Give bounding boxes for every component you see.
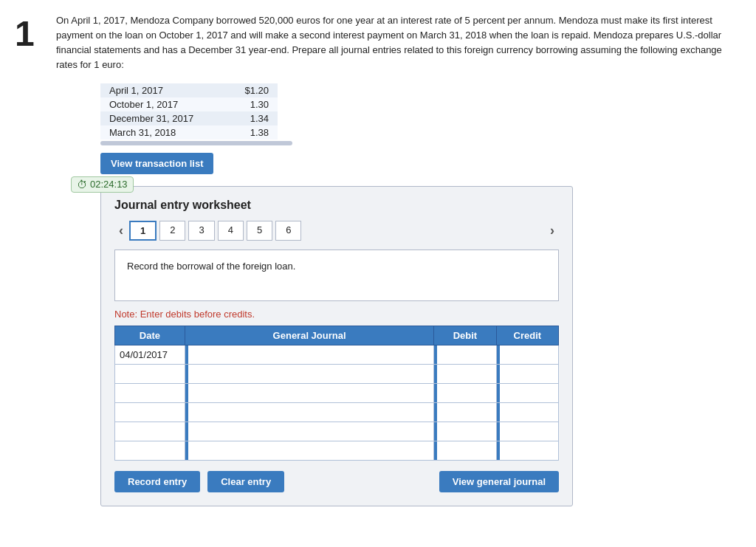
- date-input-1[interactable]: [120, 366, 180, 382]
- timer-icon: ⏱: [77, 179, 87, 190]
- row-date-2: [115, 383, 185, 402]
- debit-input-1[interactable]: [437, 365, 495, 383]
- tab-2[interactable]: 2: [159, 221, 185, 241]
- question-text: On April 1, 2017, Mendoza Company borrow…: [56, 13, 741, 73]
- exchange-rate-3: 1.38: [226, 125, 278, 140]
- note-text: Note: Enter debits before credits.: [114, 309, 559, 320]
- view-general-journal-button[interactable]: View general journal: [439, 471, 559, 492]
- table-row: [115, 364, 559, 383]
- tab-next-arrow[interactable]: ›: [546, 221, 559, 240]
- col-header-debit: Debit: [434, 326, 496, 345]
- row-credit-2[interactable]: [496, 383, 558, 402]
- row-credit-3[interactable]: [496, 402, 558, 422]
- worksheet-container: Journal entry worksheet ‹ 123456 › Recor…: [100, 186, 573, 506]
- tab-navigation: ‹ 123456 ›: [114, 221, 559, 241]
- row-debit-5[interactable]: [434, 441, 496, 460]
- date-input-4[interactable]: [120, 424, 180, 439]
- col-header-date: Date: [115, 326, 185, 345]
- tab-prev-arrow[interactable]: ‹: [114, 221, 128, 240]
- date-input-2[interactable]: [120, 385, 180, 401]
- timer-value: 02:24:13: [90, 179, 128, 190]
- tab-1[interactable]: 1: [129, 221, 157, 241]
- table-row: [115, 402, 559, 422]
- row-date-1: [115, 364, 185, 383]
- journal-table: Date General Journal Debit Credit 04/01/…: [114, 326, 559, 461]
- row-debit-1[interactable]: [434, 364, 496, 383]
- row-date-4: [115, 422, 185, 441]
- tab-5[interactable]: 5: [247, 221, 272, 241]
- credit-input-1[interactable]: [500, 365, 558, 383]
- tab-4[interactable]: 4: [218, 221, 244, 241]
- exchange-date-3: March 31, 2018: [100, 125, 226, 140]
- debit-input-4[interactable]: [437, 422, 495, 441]
- row-journal-5[interactable]: [185, 441, 433, 460]
- credit-input-2[interactable]: [500, 384, 558, 402]
- exchange-rate-table: April 1, 2017$1.20October 1, 20171.30Dec…: [100, 83, 278, 140]
- credit-input-4[interactable]: [500, 422, 558, 441]
- row-journal-1[interactable]: [185, 364, 433, 383]
- table-row: [115, 422, 559, 441]
- journal-input-5[interactable]: [188, 441, 433, 460]
- clear-entry-button[interactable]: Clear entry: [207, 471, 284, 492]
- row-debit-2[interactable]: [434, 383, 496, 402]
- row-debit-3[interactable]: [434, 402, 496, 422]
- row-journal-4[interactable]: [185, 422, 433, 441]
- debit-input-3[interactable]: [437, 403, 495, 422]
- row-date-5: [115, 441, 185, 460]
- instruction-box: Record the borrowal of the foreign loan.: [114, 250, 559, 301]
- col-header-journal: General Journal: [185, 326, 433, 345]
- credit-input-5[interactable]: [500, 441, 558, 460]
- journal-input-0[interactable]: [188, 345, 433, 364]
- date-input-5[interactable]: [120, 443, 180, 458]
- credit-input-3[interactable]: [500, 403, 558, 422]
- row-credit-4[interactable]: [496, 422, 558, 441]
- record-entry-button[interactable]: Record entry: [114, 471, 200, 492]
- table-row: [115, 441, 559, 460]
- exchange-date-2: December 31, 2017: [100, 111, 226, 125]
- journal-input-1[interactable]: [188, 365, 433, 383]
- journal-input-3[interactable]: [188, 403, 433, 422]
- exchange-rate-1: 1.30: [226, 97, 278, 111]
- tab-6[interactable]: 6: [275, 221, 301, 241]
- row-date-0: 04/01/2017: [115, 345, 185, 364]
- table-row: 04/01/2017: [115, 345, 559, 364]
- worksheet-title: Journal entry worksheet: [114, 199, 559, 212]
- journal-input-4[interactable]: [188, 422, 433, 441]
- timer-badge: ⏱ 02:24:13: [71, 176, 134, 193]
- table-row: [115, 383, 559, 402]
- row-journal-3[interactable]: [185, 402, 433, 422]
- row-credit-0[interactable]: [496, 345, 558, 364]
- exchange-date-1: October 1, 2017: [100, 97, 226, 111]
- col-header-credit: Credit: [496, 326, 558, 345]
- debit-input-5[interactable]: [437, 441, 495, 460]
- row-credit-5[interactable]: [496, 441, 558, 460]
- tab-3[interactable]: 3: [188, 221, 214, 241]
- exchange-date-0: April 1, 2017: [100, 83, 226, 97]
- credit-input-0[interactable]: [500, 345, 558, 364]
- button-row: Record entry Clear entry View general jo…: [114, 471, 559, 492]
- scroll-indicator: [100, 141, 292, 145]
- view-transaction-button[interactable]: View transaction list: [100, 153, 213, 174]
- debit-input-2[interactable]: [437, 384, 495, 402]
- row-credit-1[interactable]: [496, 364, 558, 383]
- question-number: 1: [15, 13, 44, 506]
- exchange-rate-0: $1.20: [226, 83, 278, 97]
- row-journal-0[interactable]: [185, 345, 433, 364]
- row-journal-2[interactable]: [185, 383, 433, 402]
- row-debit-4[interactable]: [434, 422, 496, 441]
- row-date-3: [115, 402, 185, 422]
- journal-input-2[interactable]: [188, 384, 433, 402]
- date-input-3[interactable]: [120, 405, 180, 420]
- exchange-rate-2: 1.34: [226, 111, 278, 125]
- row-debit-0[interactable]: [434, 345, 496, 364]
- debit-input-0[interactable]: [437, 345, 495, 364]
